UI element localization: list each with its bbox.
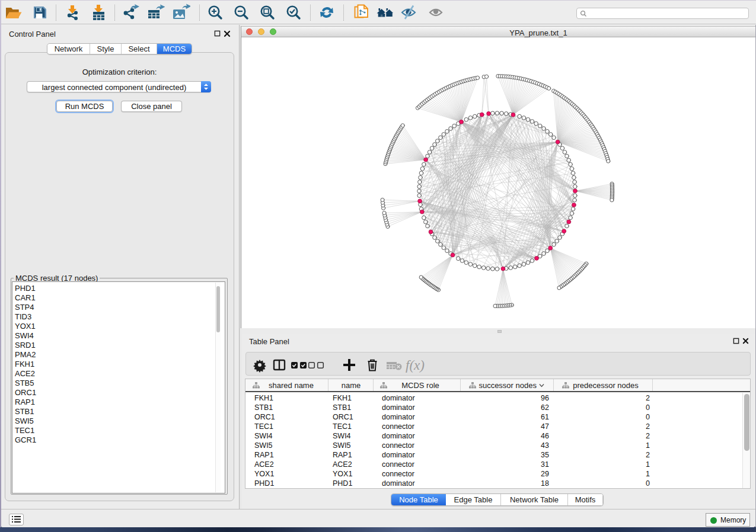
svg-text:f(x): f(x) [406,358,425,373]
